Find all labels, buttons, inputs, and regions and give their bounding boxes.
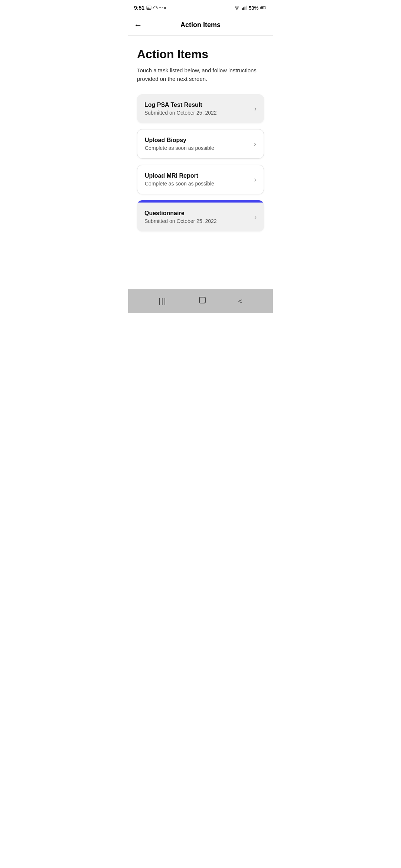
wave-icon: 〜: [159, 5, 163, 11]
cloud-icon: [153, 5, 158, 10]
action-card-upload-biopsy[interactable]: Upload Biopsy Complete as soon as possib…: [137, 129, 264, 159]
status-time: 9:51: [134, 5, 144, 11]
wifi-icon: [234, 5, 240, 10]
action-title-upload-mri: Upload MRI Report: [145, 172, 250, 179]
nav-bar: ← Action Items: [128, 15, 273, 36]
action-list: Log PSA Test Result Submitted on October…: [137, 94, 264, 231]
page-description: Touch a task listed below, and follow in…: [137, 66, 264, 83]
battery-icon: [260, 6, 267, 10]
bottom-nav: ||| <: [128, 289, 273, 313]
signal-icon: [242, 5, 247, 10]
home-icon: [198, 296, 207, 305]
action-text-log-psa: Log PSA Test Result Submitted on October…: [144, 102, 250, 116]
battery-percent: 53%: [249, 5, 258, 11]
svg-point-2: [237, 9, 237, 9]
dot-icon: [164, 7, 166, 9]
chevron-icon-upload-mri: ›: [254, 176, 256, 184]
chevron-icon-upload-biopsy: ›: [254, 140, 256, 148]
action-card-questionnaire-inner: Questionnaire Submitted on October 25, 2…: [137, 203, 264, 231]
action-title-questionnaire: Questionnaire: [144, 210, 250, 217]
status-left: 9:51 〜: [134, 5, 166, 11]
status-bar: 9:51 〜 53%: [128, 0, 273, 15]
notification-icons: 〜: [146, 5, 166, 11]
action-text-questionnaire: Questionnaire Submitted on October 25, 2…: [144, 210, 250, 224]
action-subtitle-upload-mri: Complete as soon as possible: [145, 181, 250, 187]
action-title-upload-biopsy: Upload Biopsy: [145, 137, 250, 144]
action-card-upload-mri[interactable]: Upload MRI Report Complete as soon as po…: [137, 165, 264, 194]
nav-title: Action Items: [180, 21, 221, 29]
action-subtitle-upload-biopsy: Complete as soon as possible: [145, 145, 250, 151]
action-text-upload-mri: Upload MRI Report Complete as soon as po…: [145, 172, 250, 187]
main-content: Action Items Touch a task listed below, …: [128, 36, 273, 289]
action-text-upload-biopsy: Upload Biopsy Complete as soon as possib…: [145, 137, 250, 151]
svg-rect-9: [199, 297, 205, 303]
action-card-questionnaire[interactable]: Questionnaire Submitted on October 25, 2…: [137, 200, 264, 231]
svg-rect-3: [242, 8, 243, 10]
back-button[interactable]: ←: [134, 20, 142, 30]
action-card-log-psa[interactable]: Log PSA Test Result Submitted on October…: [137, 94, 264, 123]
action-subtitle-log-psa: Submitted on October 25, 2022: [144, 110, 250, 116]
action-subtitle-questionnaire: Submitted on October 25, 2022: [144, 218, 250, 224]
svg-rect-5: [245, 7, 245, 10]
svg-rect-4: [243, 7, 244, 10]
page-heading: Action Items: [137, 47, 264, 61]
back-nav-button[interactable]: <: [238, 297, 242, 306]
chevron-icon-log-psa: ›: [254, 105, 257, 113]
image-icon: [146, 5, 151, 10]
status-right: 53%: [234, 5, 267, 11]
svg-rect-8: [261, 7, 263, 9]
chevron-icon-questionnaire: ›: [254, 213, 257, 221]
recent-apps-button[interactable]: |||: [159, 297, 167, 306]
action-title-log-psa: Log PSA Test Result: [144, 102, 250, 108]
svg-rect-6: [246, 6, 247, 10]
home-button[interactable]: [198, 296, 207, 307]
